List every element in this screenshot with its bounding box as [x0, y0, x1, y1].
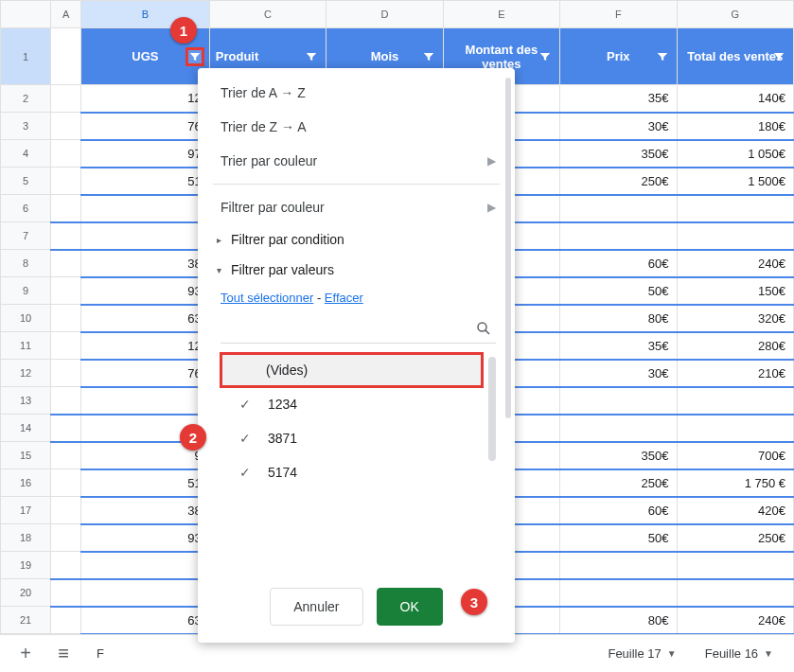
panel-scrollbar[interactable] [505, 78, 511, 418]
col-header-C[interactable]: C [209, 1, 326, 28]
row-header[interactable]: 17 [1, 497, 51, 524]
filter-by-condition[interactable]: ▸Filtrer par condition [198, 224, 515, 255]
cell[interactable]: 250€ [560, 469, 677, 497]
cell[interactable]: 350€ [560, 140, 677, 168]
cell[interactable]: 250€ [560, 168, 677, 195]
filter-by-values[interactable]: ▾Filtrer par valeurs [198, 255, 515, 285]
cell[interactable] [80, 552, 209, 579]
sort-az[interactable]: Trier de A → Z [198, 76, 515, 110]
cell[interactable]: 93 [80, 277, 209, 305]
row-header[interactable]: 6 [1, 195, 51, 222]
row-header[interactable]: 10 [1, 305, 51, 332]
cell[interactable]: 180€ [677, 113, 794, 140]
sheet-tab[interactable]: Feuille 17▼ [596, 641, 687, 666]
cell[interactable] [51, 168, 81, 195]
filter-icon[interactable] [537, 48, 554, 65]
row-header[interactable]: 9 [1, 277, 51, 305]
cell[interactable]: 93 [80, 524, 209, 552]
select-all-link[interactable]: Tout sélectionner [221, 291, 313, 305]
cell[interactable] [51, 360, 81, 387]
cell[interactable]: 12 [80, 332, 209, 360]
col-header-F[interactable]: F [560, 1, 677, 28]
sort-by-color[interactable]: Trier par couleur▶ [198, 144, 515, 178]
row-header[interactable]: 3 [1, 113, 51, 140]
cell[interactable]: 63 [80, 305, 209, 332]
cell[interactable] [51, 140, 81, 168]
cell[interactable] [51, 85, 81, 113]
filter-value-item[interactable]: ✓3871 [221, 421, 483, 455]
cell[interactable] [560, 552, 677, 579]
cell[interactable] [80, 222, 209, 250]
sort-za[interactable]: Trier de Z → A [198, 110, 515, 144]
row-header[interactable]: 16 [1, 469, 51, 497]
cell[interactable] [51, 387, 81, 415]
cell[interactable] [560, 222, 677, 250]
filter-icon[interactable] [770, 48, 787, 65]
cell[interactable] [80, 579, 209, 607]
cell[interactable] [51, 497, 81, 524]
row-header[interactable]: 12 [1, 360, 51, 387]
row-header[interactable]: 15 [1, 442, 51, 469]
row-header[interactable]: 4 [1, 140, 51, 168]
cell[interactable]: 35€ [560, 332, 677, 360]
cell[interactable]: 63 [80, 607, 209, 634]
cell[interactable] [560, 579, 677, 607]
cell[interactable] [51, 28, 81, 85]
filter-value-item[interactable]: ✓5174 [221, 455, 483, 489]
cell[interactable]: 30€ [560, 360, 677, 387]
cell[interactable] [51, 332, 81, 360]
col-header-G[interactable]: G [677, 1, 794, 28]
cell[interactable]: 76 [80, 360, 209, 387]
cell[interactable]: 80€ [560, 607, 677, 634]
cell[interactable] [51, 250, 81, 277]
filter-icon[interactable] [654, 48, 671, 65]
col-header-A[interactable]: A [51, 1, 81, 28]
cell[interactable]: 76 [80, 113, 209, 140]
filter-icon-ugs[interactable] [186, 48, 203, 65]
cell[interactable]: 51 [80, 168, 209, 195]
filter-search-input[interactable] [221, 316, 496, 344]
header-cell-total[interactable]: Total des ventes [677, 28, 794, 85]
cell[interactable] [51, 222, 81, 250]
cell[interactable] [677, 195, 794, 222]
cell[interactable]: 38 [80, 497, 209, 524]
cell[interactable] [51, 195, 81, 222]
cell[interactable] [51, 469, 81, 497]
row-header[interactable]: 11 [1, 332, 51, 360]
cell[interactable] [51, 552, 81, 579]
cell[interactable] [51, 579, 81, 607]
cell[interactable] [51, 277, 81, 305]
cell[interactable]: 1 750 € [677, 469, 794, 497]
cell[interactable] [51, 415, 81, 442]
cell[interactable]: 320€ [677, 305, 794, 332]
cell[interactable] [560, 387, 677, 415]
cell[interactable] [560, 415, 677, 442]
cell[interactable]: 50€ [560, 524, 677, 552]
row-header[interactable]: 13 [1, 387, 51, 415]
cell[interactable]: 50€ [560, 277, 677, 305]
col-header-D[interactable]: D [326, 1, 443, 28]
row-header[interactable]: 18 [1, 524, 51, 552]
cancel-button[interactable]: Annuler [270, 588, 362, 626]
all-sheets-button[interactable]: ≡ [47, 640, 79, 668]
select-all-corner[interactable] [1, 1, 51, 28]
filter-icon[interactable] [420, 48, 437, 65]
cell[interactable]: 80€ [560, 305, 677, 332]
cell[interactable]: 1 500€ [677, 168, 794, 195]
cell[interactable]: 30€ [560, 113, 677, 140]
cell[interactable] [677, 222, 794, 250]
cell[interactable]: 60€ [560, 497, 677, 524]
filter-value-blanks[interactable]: (Vides) [221, 353, 483, 387]
cell[interactable] [677, 387, 794, 415]
clear-link[interactable]: Effacer [325, 291, 363, 305]
add-sheet-button[interactable]: + [9, 640, 42, 668]
cell[interactable] [51, 113, 81, 140]
cell[interactable] [677, 579, 794, 607]
row-header[interactable]: 8 [1, 250, 51, 277]
cell[interactable]: 350€ [560, 442, 677, 469]
cell[interactable] [51, 442, 81, 469]
cell[interactable]: 700€ [677, 442, 794, 469]
cell[interactable]: 150€ [677, 277, 794, 305]
row-header[interactable]: 19 [1, 552, 51, 579]
row-header[interactable]: 7 [1, 222, 51, 250]
